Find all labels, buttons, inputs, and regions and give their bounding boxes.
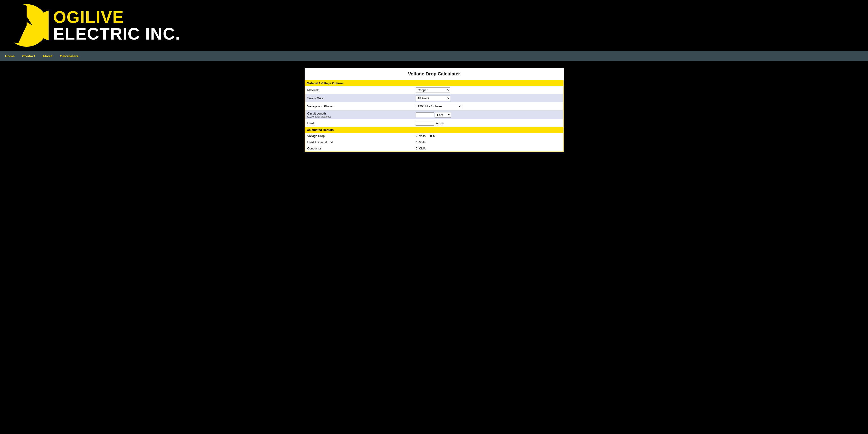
circuit-length-unit-select[interactable]: Feet Meters — [435, 112, 451, 118]
load-input[interactable] — [415, 121, 434, 126]
logo-icon — [5, 3, 49, 48]
voltage-drop-pct: 0 — [430, 134, 432, 138]
header: OGILIVE ELECTRIC INC. — [0, 0, 868, 51]
material-row: Material: Copper Aluminum — [305, 86, 563, 94]
load-circuit-end-values: 0 Volts — [413, 139, 563, 145]
section1-header-row: Material / Voltage Options — [305, 80, 563, 86]
wire-size-input-cell: 18 AWG 16 AWG 14 AWG 12 AWG 10 AWG 8 AWG… — [413, 94, 563, 102]
wire-size-label: Size of Wire: — [305, 94, 413, 102]
main: Voltage Drop Calculater Material / Volta… — [0, 61, 868, 246]
nav-home[interactable]: Home — [4, 53, 16, 59]
voltage-drop-label: Voltage Drop — [305, 133, 413, 139]
voltage-drop-row: Voltage Drop 0 Volts 0 % — [305, 133, 563, 139]
calculator-container: Voltage Drop Calculater Material / Volta… — [305, 68, 564, 152]
nav-contact[interactable]: Contact — [21, 53, 36, 59]
load-row: Load: Amps — [305, 119, 563, 127]
load-circuit-end-value: 0 — [415, 141, 417, 144]
logo-text: OGILIVE ELECTRIC INC. — [53, 9, 180, 42]
conductor-unit: CMA — [419, 147, 426, 150]
circuit-length-label: Circuit Length: — [307, 112, 327, 115]
voltage-phase-row: Voltage and Phase: 120 Volts 1-phase 208… — [305, 102, 563, 110]
voltage-drop-values: 0 Volts 0 % — [413, 133, 563, 139]
calc-title-wrap: Voltage Drop Calculater — [305, 68, 564, 80]
circuit-length-row: Circuit Length: (1/2 of total distance) … — [305, 110, 563, 119]
load-unit: Amps — [436, 121, 443, 125]
logo-container: OGILIVE ELECTRIC INC. — [5, 3, 180, 48]
section2-header-row: Calculated Results — [305, 127, 563, 133]
circuit-length-label-cell: Circuit Length: (1/2 of total distance) — [305, 110, 413, 119]
circuit-length-input[interactable] — [415, 113, 434, 117]
voltage-drop-unit: Volts — [419, 134, 426, 138]
nav-calculaters[interactable]: Calculaters — [59, 53, 80, 59]
logo-ogilive: OGILIVE — [53, 9, 180, 26]
section2-header-cell: Calculated Results — [305, 127, 563, 133]
voltage-drop-pct-unit: % — [433, 134, 435, 138]
material-input-cell: Copper Aluminum — [413, 86, 563, 94]
wire-size-select[interactable]: 18 AWG 16 AWG 14 AWG 12 AWG 10 AWG 8 AWG… — [415, 96, 450, 101]
conductor-row: Conductor 0 CMA — [305, 145, 563, 152]
material-label: Material: — [305, 86, 413, 94]
circuit-length-inputs: Feet Meters — [415, 112, 561, 118]
material-select[interactable]: Copper Aluminum — [415, 88, 450, 93]
calc-table: Material / Voltage Options Material: Cop… — [305, 80, 564, 152]
voltage-phase-label: Voltage and Phase: — [305, 102, 413, 110]
nav-about[interactable]: About — [41, 53, 54, 59]
nav: Home Contact About Calculaters — [0, 51, 868, 61]
load-label: Load: — [305, 119, 413, 127]
calc-wrapper: Material / Voltage Options Material: Cop… — [305, 80, 564, 152]
circuit-length-sublabel: (1/2 of total distance) — [307, 115, 411, 118]
voltage-phase-input-cell: 120 Volts 1-phase 208 Volts 1-phase 240 … — [413, 102, 563, 110]
load-circuit-end-row: Load At Circuit End 0 Volts — [305, 139, 563, 145]
load-circuit-end-unit: Volts — [419, 141, 426, 144]
logo-electric: ELECTRIC INC. — [53, 26, 180, 42]
load-input-cell: Amps — [413, 119, 563, 127]
conductor-label: Conductor — [305, 145, 413, 152]
section1-header-cell: Material / Voltage Options — [305, 80, 563, 86]
voltage-phase-select[interactable]: 120 Volts 1-phase 208 Volts 1-phase 240 … — [415, 104, 462, 109]
calc-title: Voltage Drop Calculater — [305, 68, 564, 80]
wire-size-row: Size of Wire: 18 AWG 16 AWG 14 AWG 12 AW… — [305, 94, 563, 102]
conductor-value: 0 — [415, 147, 417, 150]
load-circuit-end-label: Load At Circuit End — [305, 139, 413, 145]
circuit-length-input-cell: Feet Meters — [413, 110, 563, 119]
conductor-values: 0 CMA — [413, 145, 563, 152]
voltage-drop-value: 0 — [415, 134, 417, 138]
